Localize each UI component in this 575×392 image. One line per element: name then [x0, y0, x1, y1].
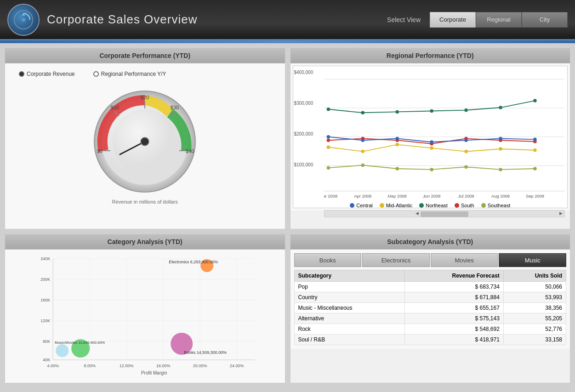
- cell-revenue: $ 683,734: [405, 282, 504, 292]
- svg-text:$20: $20: [141, 95, 149, 100]
- svg-text:$10: $10: [111, 105, 119, 110]
- svg-point-52: [395, 167, 399, 170]
- legend-label-central: Central: [356, 203, 372, 208]
- y-label-300k: $300,000: [294, 101, 313, 106]
- svg-text:200K: 200K: [40, 277, 50, 282]
- table-row: Soul / R&B $ 418,971 33,158: [294, 335, 566, 345]
- cell-subcategory: Soul / R&B: [294, 335, 405, 345]
- svg-point-26: [464, 108, 467, 112]
- radio-options: Corporate Revenue Regional Performance Y…: [10, 68, 280, 82]
- svg-point-41: [499, 137, 502, 140]
- chart-scrollbar[interactable]: ◀ ▶: [324, 210, 565, 217]
- cell-units: 50,066: [503, 282, 566, 292]
- select-view-label: Select View: [387, 16, 421, 23]
- svg-text:24.00%: 24.00%: [230, 364, 244, 368]
- tab-movies[interactable]: Movies: [431, 253, 498, 267]
- scroll-right-arrow[interactable]: ▶: [559, 211, 563, 216]
- svg-point-42: [533, 138, 536, 141]
- y-label-400k: $400,000: [294, 70, 313, 75]
- svg-point-36: [326, 135, 330, 138]
- scrollbar-thumb[interactable]: [421, 211, 469, 217]
- table-row: Rock $ 548,692 52,776: [294, 324, 566, 335]
- col-subcategory: Subcategory: [294, 270, 405, 282]
- svg-text:80K: 80K: [43, 339, 50, 344]
- svg-text:12.00%: 12.00%: [120, 364, 134, 368]
- view-buttons: Corporate Regional City: [430, 12, 568, 28]
- svg-text:Jul 2008: Jul 2008: [458, 194, 474, 199]
- radio-corporate-revenue[interactable]: Corporate Revenue: [19, 71, 75, 77]
- svg-point-53: [430, 168, 433, 171]
- corp-perf-body: Corporate Revenue Regional Performance Y…: [5, 63, 285, 229]
- svg-text:$30: $30: [171, 105, 179, 110]
- cell-subcategory: Rock: [294, 324, 405, 335]
- svg-point-51: [361, 164, 364, 167]
- svg-text:$40: $40: [186, 148, 194, 154]
- radio-dot-corporate: [19, 71, 24, 77]
- svg-point-29: [326, 138, 330, 142]
- legend-south: South: [455, 203, 474, 208]
- legend-dot-northeast: [419, 203, 424, 208]
- svg-text:4.00%: 4.00%: [47, 364, 59, 368]
- legend-midatlantic: Mid-Atlantic: [380, 203, 412, 208]
- svg-point-23: [361, 111, 364, 114]
- logo: [7, 4, 40, 36]
- regional-perf-title: Regional Performance (YTD): [290, 48, 570, 63]
- table-row: Pop $ 683,734 50,066: [294, 282, 566, 292]
- svg-point-16: [141, 137, 149, 146]
- view-btn-corporate[interactable]: Corporate: [430, 12, 476, 28]
- svg-text:Jun 2008: Jun 2008: [422, 194, 440, 199]
- legend-label-northeast: Northeast: [426, 203, 448, 208]
- regional-perf-body: $400,000 $300,000 $200,000 $100,000: [290, 63, 570, 210]
- radio-regional-yy[interactable]: Regional Performance Y/Y: [93, 71, 166, 77]
- svg-text:Aug 2008: Aug 2008: [491, 194, 509, 199]
- legend-southeast: Southeast: [481, 203, 511, 208]
- page-title: Corporate Sales Overview: [47, 12, 387, 27]
- svg-text:20.00%: 20.00%: [193, 364, 207, 368]
- cell-units: 52,776: [503, 324, 566, 335]
- svg-text:Profit Margin: Profit Margin: [141, 370, 167, 375]
- scroll-left-arrow[interactable]: ◀: [416, 211, 419, 216]
- main-content: Corporate Performance (YTD) Corporate Re…: [0, 43, 575, 388]
- svg-point-22: [326, 108, 330, 111]
- subcategory-analysis-panel: Subcategory Analysis (YTD) Books Electro…: [290, 234, 571, 383]
- category-analysis-panel: Category Analysis (YTD) Units Sold: [5, 234, 285, 383]
- svg-point-38: [395, 137, 399, 140]
- svg-point-44: [361, 150, 364, 153]
- tab-music[interactable]: Music: [499, 253, 566, 267]
- chart-legend: Central Mid-Atlantic Northeast South: [296, 203, 565, 208]
- svg-point-45: [395, 143, 399, 146]
- view-btn-city[interactable]: City: [522, 12, 568, 28]
- legend-dot-central: [350, 203, 354, 208]
- svg-point-47: [464, 150, 467, 153]
- radio-dot-regional: [93, 71, 99, 77]
- svg-text:Books 14,509,300.00%: Books 14,509,300.00%: [184, 350, 227, 355]
- svg-point-49: [533, 148, 536, 152]
- line-chart-area: $400,000 $300,000 $200,000 $100,000: [293, 66, 568, 208]
- svg-point-27: [499, 106, 502, 109]
- tab-books[interactable]: Books: [294, 253, 362, 267]
- subcategory-table: Subcategory Revenue Forecast Units Sold …: [294, 270, 567, 345]
- svg-text:120K: 120K: [40, 318, 50, 323]
- tab-electronics[interactable]: Electronics: [362, 253, 430, 267]
- svg-point-50: [326, 166, 330, 169]
- svg-text:Music/Movies 12,006,400.00%: Music/Movies 12,006,400.00%: [55, 341, 105, 345]
- y-label-200k: $200,000: [294, 131, 313, 136]
- legend-label-southeast: Southeast: [488, 203, 511, 208]
- col-units: Units Sold: [503, 270, 566, 282]
- gauge-note: Revenue in millions of dollars: [112, 199, 178, 205]
- cell-subcategory: Alternative: [294, 313, 405, 324]
- scatter-chart: Units Sold 240K 200K: [10, 254, 280, 378]
- svg-text:16.00%: 16.00%: [156, 364, 171, 368]
- gauge: $20 $0 $40 $10 $30: [90, 86, 200, 197]
- corp-perf-title: Corporate Performance (YTD): [5, 48, 285, 63]
- cell-revenue: $ 418,971: [405, 335, 504, 345]
- svg-point-40: [464, 138, 467, 142]
- view-btn-regional[interactable]: Regional: [476, 12, 522, 28]
- svg-point-28: [533, 99, 536, 102]
- header: Corporate Sales Overview Select View Cor…: [0, 0, 575, 40]
- col-revenue: Revenue Forecast: [405, 270, 504, 282]
- table-row: Music - Miscellaneous $ 655,167 38,356: [294, 303, 566, 313]
- cell-revenue: $ 548,692: [405, 324, 504, 335]
- cell-units: 33,158: [503, 335, 566, 345]
- cat-analysis-title: Category Analysis (YTD): [5, 234, 285, 250]
